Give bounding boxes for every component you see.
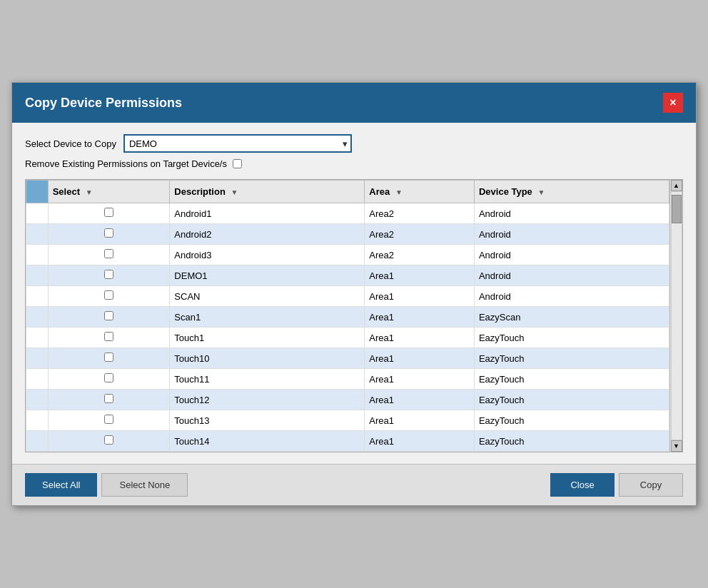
row-checkbox-cell — [48, 203, 170, 224]
select-device-label: Select Device to Copy — [25, 138, 116, 149]
select-device-row: Select Device to Copy DEMO Android1 Andr… — [25, 134, 683, 153]
row-device-type: Android — [474, 265, 669, 286]
row-area: Area1 — [365, 369, 475, 390]
select-none-button[interactable]: Select None — [101, 473, 188, 497]
remove-permissions-checkbox[interactable] — [233, 159, 242, 168]
device-type-filter-icon[interactable]: ▼ — [537, 188, 545, 196]
row-area: Area1 — [365, 286, 475, 307]
row-device-type: EazyTouch — [474, 328, 669, 348]
remove-permissions-row: Remove Existing Permissions on Target De… — [25, 158, 683, 169]
row-blue-indicator — [26, 224, 49, 245]
device-table: Select ▼ Description ▼ Area ▼ — [26, 180, 669, 452]
dialog-footer: Select All Select None Close Copy — [12, 464, 696, 505]
row-checkbox-cell — [48, 348, 170, 369]
dialog-title: Copy Device Permissions — [25, 96, 182, 111]
row-checkbox-cell — [48, 245, 170, 265]
row-device-type: EazyTouch — [474, 390, 669, 410]
row-select-checkbox[interactable] — [104, 373, 113, 382]
row-area: Area1 — [365, 431, 475, 452]
col-description-header[interactable]: Description ▼ — [170, 181, 365, 203]
row-area: Area2 — [365, 224, 475, 245]
table-row: Android1Area2Android — [26, 203, 669, 224]
row-device-type: Android — [474, 203, 669, 224]
table-row: Touch10Area1EazyTouch — [26, 348, 669, 369]
row-area: Area1 — [365, 410, 475, 431]
row-select-checkbox[interactable] — [104, 228, 113, 238]
row-blue-indicator — [26, 431, 49, 452]
row-checkbox-cell — [48, 224, 170, 245]
row-device-type: EazyScan — [474, 307, 669, 328]
select-all-button[interactable]: Select All — [25, 473, 97, 497]
scroll-down-arrow[interactable]: ▼ — [671, 440, 682, 452]
row-description: Touch14 — [170, 431, 365, 452]
row-device-type: Android — [474, 224, 669, 245]
row-area: Area1 — [365, 328, 475, 348]
row-blue-indicator — [26, 390, 49, 410]
footer-left-buttons: Select All Select None — [25, 473, 188, 497]
table-row: Android2Area2Android — [26, 224, 669, 245]
row-blue-indicator — [26, 369, 49, 390]
row-blue-indicator — [26, 348, 49, 369]
row-select-checkbox[interactable] — [104, 415, 113, 424]
scroll-up-arrow[interactable]: ▲ — [671, 180, 682, 191]
row-checkbox-cell — [48, 307, 170, 328]
description-filter-icon[interactable]: ▼ — [231, 188, 238, 196]
col-area-header[interactable]: Area ▼ — [365, 181, 475, 203]
row-description: Scan1 — [170, 307, 365, 328]
row-device-type: EazyTouch — [474, 410, 669, 431]
row-select-checkbox[interactable] — [104, 290, 113, 300]
device-select-wrapper: DEMO Android1 Android2 Android3 DEMO1 SC… — [123, 134, 352, 153]
row-area: Area2 — [365, 203, 475, 224]
table-row: Touch14Area1EazyTouch — [26, 431, 669, 452]
row-blue-indicator — [26, 203, 49, 224]
device-select[interactable]: DEMO Android1 Android2 Android3 DEMO1 SC… — [123, 134, 352, 153]
row-device-type: Android — [474, 286, 669, 307]
title-bar: Copy Device Permissions × — [12, 83, 696, 123]
dialog: Copy Device Permissions × Select Device … — [11, 82, 697, 506]
table-row: Touch1Area1EazyTouch — [26, 328, 669, 348]
row-checkbox-cell — [48, 431, 170, 452]
close-icon-button[interactable]: × — [663, 93, 683, 113]
table-header-row: Select ▼ Description ▼ Area ▼ — [26, 181, 669, 203]
row-select-checkbox[interactable] — [104, 270, 113, 279]
row-blue-indicator — [26, 328, 49, 348]
row-select-checkbox[interactable] — [104, 332, 113, 341]
table-body: Android1Area2AndroidAndroid2Area2Android… — [26, 203, 669, 452]
row-select-checkbox[interactable] — [104, 353, 113, 362]
row-description: Touch11 — [170, 369, 365, 390]
scroll-track[interactable] — [671, 191, 682, 440]
scroll-thumb[interactable] — [672, 195, 682, 223]
table-row: Touch13Area1EazyTouch — [26, 410, 669, 431]
row-checkbox-cell — [48, 286, 170, 307]
row-checkbox-cell — [48, 410, 170, 431]
col-select-header[interactable]: Select ▼ — [48, 181, 170, 203]
area-filter-icon[interactable]: ▼ — [395, 188, 403, 196]
row-blue-indicator — [26, 410, 49, 431]
row-select-checkbox[interactable] — [104, 394, 113, 403]
close-button[interactable]: Close — [550, 473, 615, 497]
col-device-type-header[interactable]: Device Type ▼ — [474, 181, 669, 203]
row-select-checkbox[interactable] — [104, 249, 113, 258]
remove-permissions-label: Remove Existing Permissions on Target De… — [25, 158, 227, 169]
row-description: Touch13 — [170, 410, 365, 431]
row-select-checkbox[interactable] — [104, 435, 113, 445]
row-blue-indicator — [26, 245, 49, 265]
scrollbar: ▲ ▼ — [669, 180, 682, 452]
row-device-type: EazyTouch — [474, 431, 669, 452]
row-description: Touch12 — [170, 390, 365, 410]
select-filter-icon[interactable]: ▼ — [86, 188, 93, 196]
row-description: Touch10 — [170, 348, 365, 369]
table-row: SCANArea1Android — [26, 286, 669, 307]
row-select-checkbox[interactable] — [104, 208, 113, 217]
row-description: SCAN — [170, 286, 365, 307]
copy-button[interactable]: Copy — [619, 473, 683, 497]
row-device-type: Android — [474, 245, 669, 265]
row-checkbox-cell — [48, 390, 170, 410]
row-area: Area2 — [365, 245, 475, 265]
row-description: Touch1 — [170, 328, 365, 348]
table-scroll-area[interactable]: Select ▼ Description ▼ Area ▼ — [26, 180, 669, 452]
row-device-type: EazyTouch — [474, 369, 669, 390]
row-checkbox-cell — [48, 369, 170, 390]
row-description: Android3 — [170, 245, 365, 265]
row-select-checkbox[interactable] — [104, 311, 113, 320]
